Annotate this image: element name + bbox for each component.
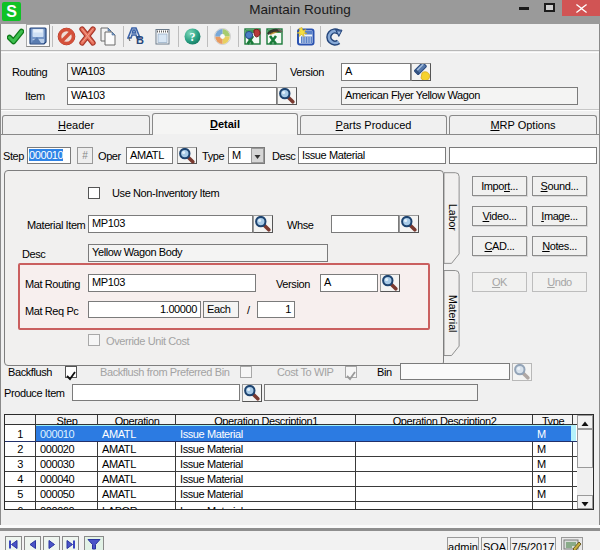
svg-text:?: ? — [190, 30, 196, 44]
svg-text:B: B — [136, 34, 144, 46]
